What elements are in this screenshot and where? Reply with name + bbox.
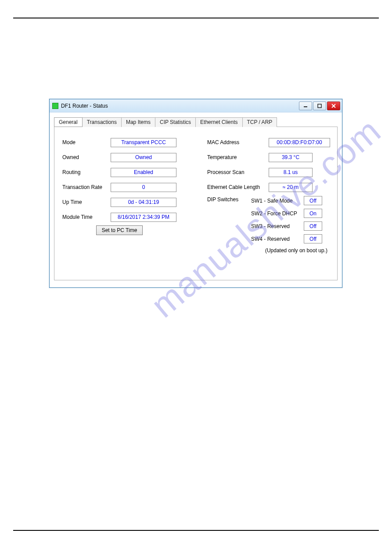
up-time-value: 0d - 04:31:19 <box>111 198 176 207</box>
page-top-rule <box>13 18 379 18</box>
sw4-value: Off <box>304 234 322 243</box>
tab-ethernet-clients[interactable]: Ethernet Clients <box>195 117 242 127</box>
tab-tcp-arp[interactable]: TCP / ARP <box>242 117 277 127</box>
sw1-value: Off <box>304 196 322 205</box>
set-pc-time-button[interactable]: Set to PC Time <box>96 225 143 235</box>
minimize-icon <box>303 104 308 108</box>
transaction-rate-value: 0 <box>111 183 176 192</box>
close-button[interactable] <box>327 102 340 110</box>
up-time-label: Up Time <box>62 199 111 205</box>
processor-scan-value: 8.1 us <box>269 168 313 177</box>
sw3-label: SW3 - Reserved <box>251 223 304 229</box>
module-time-value: 8/16/2017 2:34:39 PM <box>111 213 176 222</box>
processor-scan-label: Processor Scan <box>207 169 269 175</box>
mode-value: Transparent PCCC <box>111 138 176 147</box>
routing-label: Routing <box>62 169 111 175</box>
sw1-label: SW1 - Safe Mode <box>251 198 304 204</box>
mode-label: Mode <box>62 139 111 145</box>
tab-cip-statistics[interactable]: CIP Statistics <box>155 117 196 127</box>
tab-strip: General Transactions Map Items CIP Stati… <box>54 117 338 127</box>
sw3-value: Off <box>304 221 322 231</box>
tab-general[interactable]: General <box>54 117 83 127</box>
routing-value: Enabled <box>111 168 176 177</box>
right-column: MAC Address 00:0D:8D:F0:D7:00 Temperatur… <box>207 136 330 254</box>
dip-switches-label: DIP Switches <box>207 196 243 244</box>
close-icon <box>331 104 336 108</box>
general-panel: Mode Transparent PCCC Owned Owned Routin… <box>54 127 338 280</box>
window-controls <box>299 102 340 110</box>
left-column: Mode Transparent PCCC Owned Owned Routin… <box>62 136 194 254</box>
app-icon <box>52 103 58 109</box>
title-bar: DF1 Router - Status <box>50 99 342 112</box>
maximize-icon <box>317 104 322 108</box>
minimize-button[interactable] <box>299 102 312 110</box>
ethernet-cable-value: ≈ 20 m <box>269 183 313 192</box>
sw2-label: SW2 - Force DHCP <box>251 210 304 217</box>
window-title: DF1 Router - Status <box>61 103 299 109</box>
dip-switch-block: DIP Switches SW1 - Safe Mode Off SW2 - F… <box>207 196 330 244</box>
ethernet-cable-label: Ethernet Cable Length <box>207 184 269 190</box>
mac-value: 00:0D:8D:F0:D7:00 <box>269 138 330 147</box>
owned-value: Owned <box>111 153 176 162</box>
mac-label: MAC Address <box>207 139 269 145</box>
temperature-label: Temperature <box>207 154 269 160</box>
svg-rect-1 <box>318 104 321 108</box>
sw2-value: On <box>304 209 322 218</box>
client-area: General Transactions Map Items CIP Stati… <box>50 112 342 286</box>
module-time-label: Module Time <box>62 214 111 220</box>
transaction-rate-label: Transaction Rate <box>62 184 111 190</box>
status-window: DF1 Router - Status General Transactions… <box>49 99 342 288</box>
sw4-label: SW4 - Reserved <box>251 236 304 242</box>
tab-transactions[interactable]: Transactions <box>82 117 122 127</box>
page-bottom-rule <box>13 530 379 531</box>
tab-map-items[interactable]: Map Items <box>121 117 155 127</box>
owned-label: Owned <box>62 154 111 160</box>
dip-note: (Updated only on boot up.) <box>207 247 330 254</box>
maximize-button[interactable] <box>313 102 326 110</box>
temperature-value: 39.3 °C <box>269 153 313 162</box>
